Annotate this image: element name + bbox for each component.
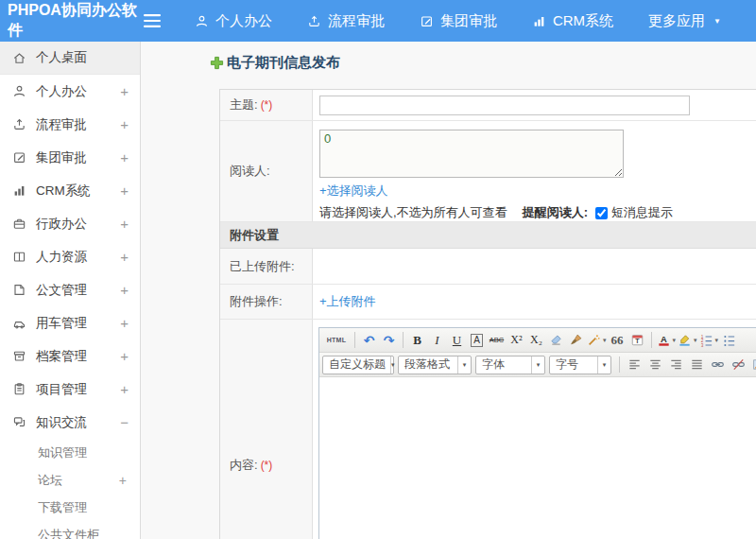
auto-typeset-icon[interactable]: ▾	[587, 330, 607, 350]
sidebar-item-document-management[interactable]: 公文管理+	[0, 273, 140, 306]
subject-input[interactable]	[319, 96, 690, 115]
underline-button[interactable]: U	[448, 330, 466, 350]
sms-checkbox[interactable]	[595, 207, 608, 219]
nav-item-crm-system[interactable]: CRM系统	[532, 12, 613, 30]
required-mark: (*)	[261, 459, 273, 472]
readers-row: 阅读人: 0 +选择阅读人 请选择阅读人,不选为所有人可查看 提醒阅读人: 短消…	[220, 121, 756, 222]
redo-icon[interactable]: ↷	[380, 330, 398, 350]
superscript-button[interactable]: X²	[507, 330, 525, 350]
chevron-down-icon: ▾	[673, 337, 677, 344]
highlight-color-icon[interactable]: ▾	[678, 330, 697, 350]
collapse-minus-icon[interactable]: −	[120, 414, 129, 430]
content-label: 内容: (*)	[220, 320, 313, 539]
book-icon	[12, 250, 26, 264]
sidebar: 个人桌面个人办公+流程审批+集团审批+CRM系统+行政办公+人力资源+公文管理+…	[0, 42, 141, 539]
expand-plus-icon[interactable]: +	[120, 183, 129, 199]
toolbar-separator	[354, 332, 355, 348]
readers-textarea[interactable]: 0	[319, 130, 624, 178]
expand-plus-icon[interactable]: +	[120, 282, 129, 298]
chevron-down-icon: ▾	[390, 356, 395, 374]
chevron-down-icon: ▾	[694, 337, 697, 344]
expand-plus-icon[interactable]: +	[120, 315, 129, 331]
remove-format-icon[interactable]	[547, 330, 565, 350]
toolbar-separator	[619, 356, 620, 373]
chevron-down-icon: ▾	[457, 356, 471, 374]
bold-button[interactable]: B	[408, 330, 426, 350]
ordered-list-icon[interactable]: 123▾	[699, 330, 719, 350]
chevron-down-icon: ▼	[713, 17, 721, 26]
paragraph-format-select[interactable]: 段落格式▾	[398, 356, 472, 374]
html-source-button[interactable]: HTML	[323, 330, 350, 350]
sidebar-item-knowledge-exchange[interactable]: 知识交流−	[0, 406, 140, 439]
font-color-icon[interactable]: A▾	[657, 330, 677, 350]
unordered-list-icon[interactable]	[720, 330, 738, 350]
subject-row: 主题: (*)	[220, 90, 756, 121]
unlink-icon[interactable]	[729, 355, 747, 374]
sidebar-item-archive-management[interactable]: 档案管理+	[0, 339, 140, 373]
attachment-actions-label: 附件操作:	[220, 285, 313, 319]
sidebar-subitem-forum[interactable]: 论坛+	[0, 466, 140, 494]
format-painter-icon[interactable]	[567, 330, 585, 350]
expand-plus-icon[interactable]: +	[120, 348, 129, 364]
align-right-icon[interactable]	[666, 355, 685, 374]
blockquote-button[interactable]: 66	[609, 330, 627, 350]
insert-date-icon[interactable]: T	[628, 330, 646, 350]
sidebar-item-admin-office[interactable]: 行政办公+	[0, 207, 140, 240]
font-size-select[interactable]: 字号▾	[549, 356, 611, 374]
subscript-button[interactable]: X₂	[527, 330, 545, 350]
sidebar-item-workflow-approval[interactable]: 流程审批+	[0, 108, 140, 141]
sidebar-item-crm-system[interactable]: CRM系统+	[0, 174, 140, 207]
svg-text:T: T	[635, 338, 640, 344]
app-logo[interactable]: PHPOA协同办公软件	[0, 1, 144, 41]
sidebar-item-label: 个人办公	[36, 83, 120, 100]
sidebar-subitem-knowledge-management[interactable]: 知识管理	[0, 439, 140, 466]
editor-content[interactable]	[319, 377, 756, 539]
sidebar-subitem-public-file-cabinet[interactable]: 公共文件柜	[0, 521, 140, 539]
sidebar-item-label: 人力资源	[36, 249, 120, 266]
strikethrough-button[interactable]: ABC	[488, 330, 506, 350]
sidebar-item-vehicle-management[interactable]: 用车管理+	[0, 306, 140, 339]
chevron-down-icon: ▾	[597, 356, 610, 374]
expand-plus-icon[interactable]: +	[120, 381, 129, 397]
chart-icon	[12, 183, 26, 198]
sidebar-subitem-label: 知识管理	[38, 444, 127, 461]
nav-item-more-apps[interactable]: 更多应用▼	[648, 12, 721, 30]
chart-icon	[532, 14, 546, 28]
align-left-icon[interactable]	[625, 355, 644, 374]
select-label: 字体	[482, 356, 505, 373]
undo-icon[interactable]: ↶	[360, 330, 378, 350]
sidebar-subitem-label: 下载管理	[38, 499, 127, 516]
image-icon[interactable]	[749, 355, 756, 374]
nav-item-personal-office[interactable]: 个人办公	[195, 12, 272, 30]
font-border-button[interactable]: A	[468, 330, 486, 350]
align-justify-icon[interactable]	[687, 355, 706, 374]
nav-item-group-approval[interactable]: 集团审批	[420, 12, 497, 30]
font-family-select[interactable]: 字体▾	[475, 356, 545, 374]
uploaded-attachments-row: 已上传附件:	[220, 249, 756, 285]
expand-plus-icon[interactable]: +	[120, 216, 129, 232]
align-center-icon[interactable]	[645, 355, 664, 374]
expand-plus-icon[interactable]: +	[120, 116, 129, 132]
custom-title-select[interactable]: 自定义标题▾	[322, 356, 394, 374]
nav-item-workflow-approval[interactable]: 流程审批	[307, 12, 385, 30]
select-readers-link[interactable]: +选择阅读人	[319, 183, 388, 198]
workflow-icon	[307, 14, 321, 28]
expand-plus-icon[interactable]: +	[120, 149, 129, 165]
hamburger-menu-icon[interactable]	[144, 13, 161, 28]
italic-button[interactable]: I	[428, 330, 446, 350]
expand-plus-icon[interactable]: +	[120, 249, 129, 265]
link-icon[interactable]	[708, 355, 727, 374]
readers-label: 阅读人:	[220, 121, 313, 221]
sidebar-subitem-download-management[interactable]: 下载管理	[0, 494, 140, 521]
expand-plus-icon[interactable]: +	[120, 83, 129, 99]
upload-attachment-link[interactable]: +上传附件	[319, 293, 376, 310]
sidebar-item-personal-office[interactable]: 个人办公+	[0, 75, 140, 108]
chat-icon	[12, 415, 26, 429]
sidebar-item-project-management[interactable]: 项目管理+	[0, 373, 140, 406]
sidebar-item-label: 集团审批	[36, 149, 120, 166]
sidebar-item-human-resources[interactable]: 人力资源+	[0, 240, 140, 273]
sidebar-item-personal-desktop[interactable]: 个人桌面	[0, 42, 140, 75]
sidebar-subitem-label: 论坛	[38, 472, 119, 489]
expand-plus-icon[interactable]: +	[119, 473, 127, 488]
sidebar-item-group-approval[interactable]: 集团审批+	[0, 141, 140, 174]
